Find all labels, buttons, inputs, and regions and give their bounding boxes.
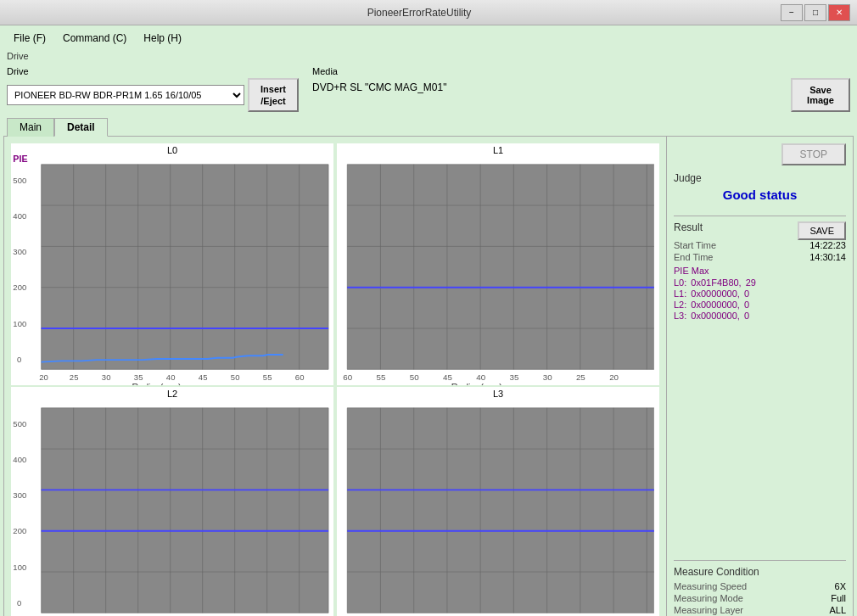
drive-label: Drive: [7, 51, 29, 61]
measuring-mode-key: Measuring Mode: [674, 593, 743, 603]
svg-text:300: 300: [13, 247, 26, 256]
l3-chart: L3: [337, 387, 659, 616]
svg-text:Radius(mm): Radius(mm): [451, 382, 502, 385]
maximize-button[interactable]: □: [804, 4, 826, 21]
svg-text:60: 60: [343, 372, 352, 382]
l1-chart: L1: [337, 143, 659, 385]
l0-pie-row: L0: 0x01F4B80, 29: [674, 277, 846, 288]
l3-label: L3: [493, 389, 503, 399]
window-title: PioneerErrorRateUtility: [58, 7, 781, 19]
svg-text:Radius(mm): Radius(mm): [132, 382, 182, 385]
svg-rect-35: [347, 165, 654, 370]
content-area: L0 PIE 500 400 300 200 100 0: [3, 136, 854, 616]
start-time-key: Start Time: [674, 240, 716, 250]
svg-text:400: 400: [13, 211, 26, 221]
minimize-button[interactable]: −: [781, 4, 803, 21]
start-time-val: 14:22:23: [809, 240, 846, 250]
measuring-layer-key: Measuring Layer: [674, 605, 743, 615]
measuring-speed-val: 6X: [835, 581, 846, 591]
svg-text:100: 100: [13, 562, 26, 571]
command-menu[interactable]: Command (C): [56, 31, 133, 46]
svg-text:20: 20: [39, 372, 48, 382]
pie-max-section: PIE Max L0: 0x01F4B80, 29 L1: 0x0000000,…: [674, 266, 846, 321]
l1-label: L1: [493, 145, 503, 155]
title-bar: PioneerErrorRateUtility − □ ✕: [0, 0, 857, 25]
end-time-val: 14:30:14: [809, 252, 846, 262]
svg-text:50: 50: [231, 372, 240, 382]
l1-pie-row: L1: 0x0000000, 0: [674, 288, 846, 299]
svg-text:60: 60: [295, 372, 305, 382]
end-time-row: End Time 14:30:14: [674, 252, 846, 262]
menu-bar: File (F) Command (C) Help (H): [3, 29, 854, 48]
svg-rect-98: [347, 408, 654, 613]
media-label: Media: [312, 66, 446, 76]
svg-text:PIE: PIE: [13, 154, 27, 164]
l2-pie-row: L2: 0x0000000, 0: [674, 300, 846, 310]
stop-button[interactable]: STOP: [781, 143, 846, 165]
svg-text:40: 40: [166, 372, 176, 382]
measuring-speed-key: Measuring Speed: [674, 581, 747, 591]
svg-text:500: 500: [13, 176, 26, 185]
svg-text:35: 35: [134, 372, 143, 382]
svg-text:300: 300: [13, 490, 26, 500]
svg-text:55: 55: [263, 372, 272, 382]
measuring-mode-row: Measuring Mode Full: [674, 593, 846, 603]
measuring-layer-row: Measuring Layer ALL: [674, 605, 846, 615]
drive-label2: Drive: [7, 66, 299, 76]
svg-text:30: 30: [543, 372, 552, 382]
svg-text:50: 50: [410, 372, 419, 382]
svg-text:400: 400: [13, 455, 26, 464]
window-controls: − □ ✕: [781, 4, 850, 21]
l3-pie-row: L3: 0x0000000, 0: [674, 311, 846, 321]
l2-svg: 500 400 300 200 100 0: [11, 387, 333, 616]
save-image-button[interactable]: SaveImage: [791, 78, 850, 112]
svg-rect-7: [42, 165, 328, 370]
measuring-speed-row: Measuring Speed 6X: [674, 581, 846, 591]
drive-group: Drive: [7, 51, 29, 61]
insert-eject-button[interactable]: Insert/Eject: [248, 78, 299, 112]
svg-text:55: 55: [377, 372, 386, 382]
close-button[interactable]: ✕: [828, 4, 850, 21]
file-menu[interactable]: File (F): [7, 31, 53, 46]
svg-text:25: 25: [576, 372, 585, 382]
save-result-button[interactable]: SAVE: [798, 221, 846, 240]
l0-chart: L0 PIE 500 400 300 200 100 0: [11, 143, 333, 385]
svg-text:35: 35: [509, 372, 518, 382]
judge-label: Judge: [674, 172, 846, 184]
help-menu[interactable]: Help (H): [137, 31, 188, 46]
svg-text:30: 30: [102, 372, 111, 382]
svg-text:500: 500: [13, 419, 26, 428]
svg-text:200: 200: [13, 526, 26, 535]
judge-status: Good status: [674, 188, 846, 202]
toolbar: Drive: [3, 51, 854, 61]
svg-text:45: 45: [199, 372, 208, 382]
svg-rect-69: [42, 408, 328, 613]
drive-dropdown[interactable]: PIONEER BD-RW BDR-PR1M 1.65 16/10/05: [7, 85, 244, 105]
l0-svg: PIE 500 400 300 200 100 0: [11, 143, 333, 385]
l0-label: L0: [167, 145, 177, 155]
measure-condition-section: Measure Condition Measuring Speed 6X Mea…: [674, 560, 846, 616]
tab-detail[interactable]: Detail: [54, 118, 108, 137]
main-window: File (F) Command (C) Help (H) Drive Driv…: [0, 25, 857, 616]
charts-area: L0 PIE 500 400 300 200 100 0: [4, 137, 666, 616]
measuring-mode-val: Full: [831, 593, 846, 603]
svg-text:100: 100: [13, 318, 26, 328]
svg-text:0: 0: [17, 354, 22, 363]
right-panel: STOP Judge Good status SAVE Result Start…: [666, 137, 853, 616]
svg-text:40: 40: [476, 372, 485, 382]
svg-text:25: 25: [70, 372, 79, 382]
tabs-row: Main Detail: [3, 117, 854, 136]
measure-condition-label: Measure Condition: [674, 566, 846, 578]
measuring-layer-val: ALL: [829, 605, 846, 615]
svg-text:20: 20: [609, 372, 619, 382]
l2-chart: L2 500 400 300 200 100 0: [11, 387, 333, 616]
l1-svg: 60 55 50 45 40 35 30 25 20 Radius(mm): [337, 143, 659, 385]
svg-text:0: 0: [17, 597, 22, 607]
start-time-row: Start Time 14:22:23: [674, 240, 846, 250]
media-value: DVD+R SL "CMC MAG_M01": [312, 78, 446, 97]
tab-main[interactable]: Main: [7, 118, 54, 137]
svg-text:45: 45: [443, 372, 452, 382]
l3-svg: 60 55 50 45 40 35 30 25 20 Radius(mm): [337, 387, 659, 616]
end-time-key: End Time: [674, 252, 713, 262]
svg-text:200: 200: [13, 283, 26, 292]
